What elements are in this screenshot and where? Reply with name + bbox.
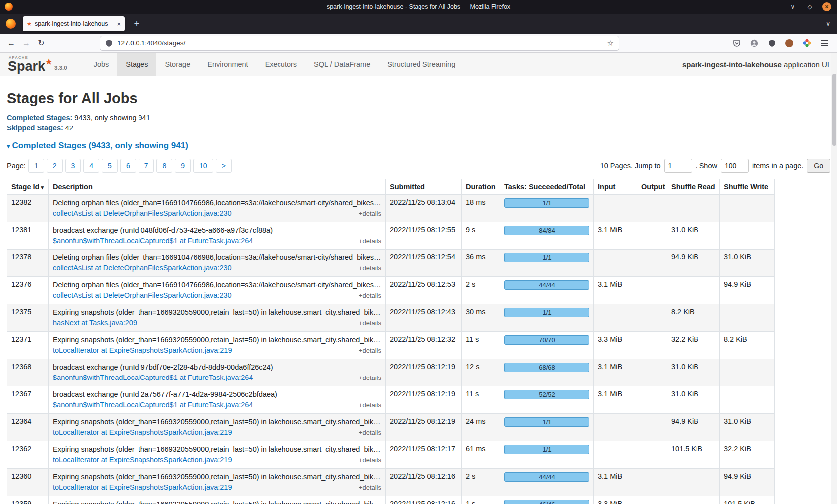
stage-description: broadcast exchange (runId 97bdf70e-2f28-…: [53, 363, 381, 372]
header-shuffle-read[interactable]: Shuffle Read: [667, 179, 720, 195]
stage-callsite-link[interactable]: $anonfun$withThreadLocalCaptured$1 at Fu…: [53, 373, 253, 382]
spark-nav-jobs[interactable]: Jobs: [85, 53, 118, 76]
firefox-view-button[interactable]: [6, 19, 16, 29]
reload-button[interactable]: ↻: [34, 36, 49, 51]
details-toggle[interactable]: +details: [359, 318, 381, 328]
details-toggle[interactable]: +details: [359, 263, 381, 273]
pages-jump-text: 10 Pages. Jump to: [600, 162, 661, 170]
input-cell: 3.1 MiB: [594, 386, 637, 414]
list-all-tabs-button[interactable]: ∨: [826, 20, 830, 27]
pocket-icon[interactable]: [732, 38, 742, 48]
forward-button[interactable]: →: [19, 36, 34, 51]
shuffle-write-cell: [720, 386, 775, 414]
jump-to-input[interactable]: [664, 159, 692, 173]
stage-callsite-link[interactable]: $anonfun$withThreadLocalCaptured$1 at Fu…: [53, 400, 253, 410]
page-title: Stages for All Jobs: [7, 90, 830, 107]
spark-nav-storage[interactable]: Storage: [156, 53, 199, 76]
completed-stages-section-toggle[interactable]: ▾Completed Stages (9433, only showing 94…: [7, 141, 830, 151]
details-toggle[interactable]: +details: [359, 483, 381, 492]
details-toggle[interactable]: +details: [359, 209, 381, 218]
stage-callsite-link[interactable]: collectAsList at DeleteOrphanFilesSparkA…: [53, 263, 232, 273]
header-shuffle-write[interactable]: Shuffle Write: [720, 179, 775, 195]
back-button[interactable]: ←: [4, 36, 19, 51]
page-button-9[interactable]: 9: [175, 159, 191, 173]
stage-description: broadcast exchange (runId 048fd06f-d753-…: [53, 226, 381, 235]
spark-nav-stages[interactable]: Stages: [117, 53, 156, 76]
header-submitted[interactable]: Submitted: [386, 179, 462, 195]
input-cell: [594, 195, 637, 222]
browser-tab[interactable]: ★ spark-ingest-into-lakehous ×: [23, 16, 125, 31]
header-description[interactable]: Description: [49, 179, 386, 195]
stage-id: 12359: [11, 500, 31, 504]
details-toggle[interactable]: +details: [359, 400, 381, 410]
details-toggle[interactable]: +details: [359, 346, 381, 355]
table-row: 12359 Expiring snapshots (older_than=166…: [7, 496, 775, 504]
page-button-8[interactable]: 8: [156, 159, 172, 173]
details-toggle[interactable]: +details: [359, 291, 381, 300]
header-tasks[interactable]: Tasks: Succeeded/Total: [500, 179, 594, 195]
extension-pinwheel-icon[interactable]: [802, 38, 812, 48]
stage-callsite-link[interactable]: toLocalIterator at ExpireSnapshotsSparkA…: [53, 455, 232, 465]
stage-callsite-link[interactable]: $anonfun$withThreadLocalCaptured$1 at Fu…: [53, 236, 253, 246]
input-cell: [594, 414, 637, 441]
shuffle-write-cell: 101.5 KiB: [720, 496, 775, 504]
shuffle-read-cell: 94.9 KiB: [667, 414, 720, 441]
stage-description: Deleting orphan files (older_than=166910…: [53, 253, 381, 262]
items-per-page-input[interactable]: [721, 159, 749, 173]
table-header-row: Stage Id▾ Description Submitted Duration…: [7, 179, 775, 195]
page-button-2[interactable]: 2: [47, 159, 63, 173]
new-tab-button[interactable]: +: [130, 17, 143, 31]
duration-cell: 11 s: [462, 332, 500, 359]
profile-avatar-icon[interactable]: [784, 38, 794, 48]
page-button-1[interactable]: 1: [28, 159, 44, 173]
header-input[interactable]: Input: [594, 179, 637, 195]
page-button-10[interactable]: 10: [193, 159, 213, 173]
minimize-button[interactable]: ∨: [788, 2, 797, 11]
tasks-progress-bar: 44/44: [504, 280, 589, 290]
tab-close-button[interactable]: ×: [117, 20, 121, 28]
firefox-logo-icon: [5, 3, 13, 11]
vertical-scrollbar[interactable]: [831, 53, 837, 504]
details-toggle[interactable]: +details: [359, 428, 381, 437]
stage-callsite-link[interactable]: toLocalIterator at ExpireSnapshotsSparkA…: [53, 428, 232, 437]
scrollbar-thumb[interactable]: [832, 74, 836, 146]
details-toggle[interactable]: +details: [359, 236, 381, 246]
page-button-7[interactable]: 7: [139, 159, 154, 173]
page-button-3[interactable]: 3: [65, 159, 81, 173]
page-button-4[interactable]: 4: [83, 159, 99, 173]
stage-callsite-link[interactable]: collectAsList at DeleteOrphanFilesSparkA…: [53, 209, 232, 218]
account-avatar-icon[interactable]: [749, 38, 759, 48]
header-stage-id[interactable]: Stage Id▾: [7, 179, 49, 195]
page-button-5[interactable]: 5: [102, 159, 118, 173]
spark-logo[interactable]: APACHE Spark★: [8, 56, 51, 74]
close-button[interactable]: ×: [822, 2, 831, 11]
details-toggle[interactable]: +details: [359, 373, 381, 382]
table-row: 12375 Expiring snapshots (older_than=166…: [7, 304, 775, 332]
ublock-shield-icon[interactable]: [767, 38, 777, 48]
shuffle-read-cell: [667, 277, 720, 304]
stage-callsite-link[interactable]: toLocalIterator at ExpireSnapshotsSparkA…: [53, 346, 232, 355]
stage-callsite-link[interactable]: hasNext at Tasks.java:209: [53, 318, 137, 328]
stage-callsite-link[interactable]: toLocalIterator at ExpireSnapshotsSparkA…: [53, 483, 232, 492]
stage-callsite-link[interactable]: collectAsList at DeleteOrphanFilesSparkA…: [53, 291, 232, 300]
spark-nav-sql-dataframe[interactable]: SQL / DataFrame: [305, 53, 379, 76]
tracking-protection-shield-icon[interactable]: [105, 39, 113, 47]
url-bar[interactable]: 127.0.0.1:4040/stages/ ☆: [100, 36, 619, 51]
shuffle-read-cell: [667, 469, 720, 496]
menu-icon[interactable]: [819, 38, 829, 48]
header-output[interactable]: Output: [637, 179, 667, 195]
next-page-button[interactable]: >: [216, 159, 232, 173]
spark-star-icon: ★: [46, 58, 52, 65]
input-cell: 3.3 MiB: [594, 332, 637, 359]
bookmark-star-icon[interactable]: ☆: [607, 39, 614, 48]
spark-nav-structured-streaming[interactable]: Structured Streaming: [379, 53, 464, 76]
page-button-6[interactable]: 6: [120, 159, 136, 173]
go-button[interactable]: Go: [807, 159, 830, 173]
input-cell: 3.1 MiB: [594, 469, 637, 496]
spark-nav-environment[interactable]: Environment: [199, 53, 256, 76]
spark-nav-executors[interactable]: Executors: [257, 53, 305, 76]
details-toggle[interactable]: +details: [359, 455, 381, 465]
duration-cell: 36 ms: [462, 250, 500, 277]
maximize-button[interactable]: ◇: [805, 2, 814, 11]
header-duration[interactable]: Duration: [462, 179, 500, 195]
